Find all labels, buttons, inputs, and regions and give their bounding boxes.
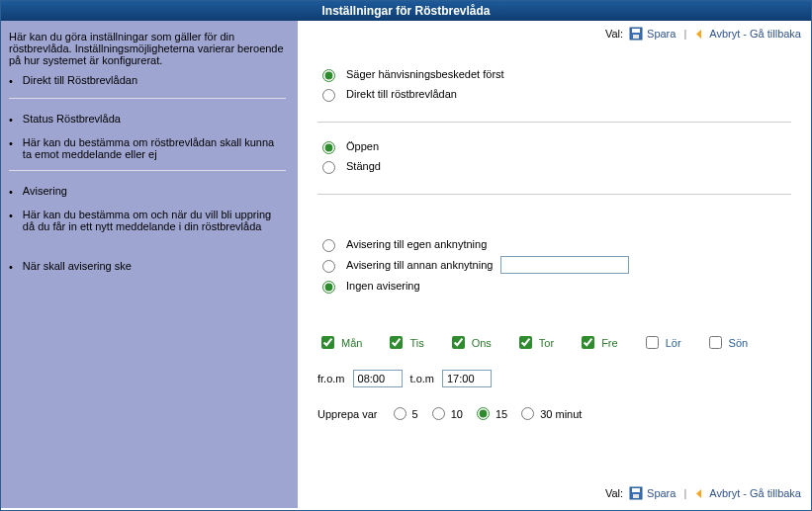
save-label-bottom: Spara: [647, 487, 676, 499]
info-direct: Direkt till Röstbrevlådan: [9, 74, 286, 88]
toolbar-separator-bottom: |: [681, 487, 688, 499]
day-sat-label: Lör: [666, 337, 681, 349]
back-arrow-icon: [694, 29, 705, 40]
time-from-input[interactable]: [353, 370, 403, 387]
content: Här kan du göra inställningar som gäller…: [1, 21, 811, 508]
day-tue[interactable]: Tis: [386, 333, 423, 352]
repeat-label: Upprepa var: [317, 408, 378, 420]
day-wed-input[interactable]: [452, 336, 465, 349]
radio-status-open-label: Öppen: [346, 140, 379, 152]
info-avisering-title: Avisering: [9, 185, 286, 199]
intro-text: Här kan du göra inställningar som gäller…: [9, 31, 286, 66]
day-fri[interactable]: Fre: [578, 333, 618, 352]
radio-avisering-none-input[interactable]: [322, 281, 335, 294]
group-status: Öppen Stängd: [317, 127, 791, 194]
day-sun[interactable]: Sön: [705, 333, 749, 352]
radio-direct-vm[interactable]: Direkt till röstbrevlådan: [317, 86, 791, 102]
radio-avisering-other[interactable]: Avisering till annan anknytning: [317, 256, 791, 274]
group-schedule: Mån Tis Ons Tor Fre Lör Sön fr.o.m t.o.m: [317, 313, 791, 444]
save-button-bottom[interactable]: Spara: [629, 486, 676, 500]
info-schedule-title: När skall avisering ske: [9, 260, 286, 274]
radio-avisering-other-label: Avisering till annan anknytning: [346, 259, 493, 271]
repeat-5-input[interactable]: [394, 407, 406, 420]
repeat-10-input[interactable]: [432, 407, 445, 420]
day-thu[interactable]: Tor: [515, 333, 554, 352]
day-mon-input[interactable]: [321, 336, 334, 349]
group-direct: Säger hänvisningsbeskedet först Direkt t…: [317, 54, 791, 122]
cancel-label-bottom: Avbryt - Gå tillbaka: [709, 487, 801, 499]
time-to-input[interactable]: [442, 370, 492, 387]
radio-avisering-own-label: Avisering till egen anknytning: [346, 238, 487, 250]
day-checkboxes: Mån Tis Ons Tor Fre Lör Sön: [317, 333, 791, 352]
svg-rect-4: [632, 488, 640, 492]
day-wed-label: Ons: [472, 337, 492, 349]
time-from-label: fr.o.m: [317, 373, 345, 384]
radio-avisering-other-input[interactable]: [322, 260, 335, 273]
repeat-30-input[interactable]: [521, 407, 534, 420]
info-status-desc: Här kan du bestämma om röstbrevlådan ska…: [9, 136, 286, 160]
radio-avisering-none[interactable]: Ingen avisering: [317, 278, 791, 294]
avisering-other-ext-input[interactable]: [500, 256, 629, 274]
repeat-10-label: 10: [451, 408, 463, 420]
toolbar-label-bottom: Val:: [605, 487, 623, 499]
day-mon[interactable]: Mån: [317, 333, 362, 352]
form-pane: Säger hänvisningsbeskedet först Direkt t…: [298, 46, 811, 480]
radio-status-closed[interactable]: Stängd: [317, 158, 791, 174]
day-thu-label: Tor: [539, 337, 554, 349]
radio-avisering-own-input[interactable]: [322, 239, 335, 252]
day-sat[interactable]: Lör: [642, 333, 681, 352]
day-sun-label: Sön: [729, 337, 749, 349]
radio-direct-first[interactable]: Säger hänvisningsbeskedet först: [317, 66, 791, 82]
toolbar-separator: |: [681, 28, 688, 40]
divider: [317, 194, 791, 195]
day-tue-label: Tis: [409, 337, 423, 349]
time-to-label: t.o.m: [410, 373, 434, 384]
info-status-title: Status Röstbrevlåda: [9, 113, 286, 127]
cancel-label: Avbryt - Gå tillbaka: [709, 28, 801, 40]
day-sat-input[interactable]: [646, 336, 659, 349]
save-label: Spara: [647, 28, 676, 40]
info-avisering-desc: Här kan du bestämma om och när du vill b…: [9, 209, 286, 232]
divider: [317, 122, 791, 123]
day-mon-label: Mån: [341, 337, 362, 349]
repeat-30-label: 30 minut: [540, 408, 582, 420]
radio-status-open[interactable]: Öppen: [317, 138, 791, 154]
radio-status-open-input[interactable]: [322, 141, 335, 154]
cancel-button-bottom[interactable]: Avbryt - Gå tillbaka: [694, 487, 801, 499]
time-range: fr.o.m t.o.m: [317, 370, 791, 387]
day-tue-input[interactable]: [390, 336, 403, 349]
radio-avisering-none-label: Ingen avisering: [346, 280, 420, 292]
day-thu-input[interactable]: [519, 336, 532, 349]
radio-direct-first-label: Säger hänvisningsbeskedet först: [346, 68, 504, 80]
svg-rect-2: [633, 35, 639, 39]
day-wed[interactable]: Ons: [448, 333, 492, 352]
radio-direct-vm-input[interactable]: [322, 89, 335, 102]
svg-rect-1: [632, 29, 640, 33]
radio-avisering-own[interactable]: Avisering till egen anknytning: [317, 236, 791, 252]
radio-direct-first-input[interactable]: [322, 69, 335, 82]
toolbar-label: Val:: [605, 28, 623, 40]
group-avisering: Avisering till egen anknytning Avisering…: [317, 199, 791, 313]
save-icon: [629, 486, 643, 500]
cancel-button[interactable]: Avbryt - Gå tillbaka: [694, 28, 801, 40]
left-info-panel: Här kan du göra inställningar som gäller…: [1, 21, 298, 508]
save-button[interactable]: Spara: [629, 27, 676, 41]
repeat-row: Upprepa var 5 10 15 30 minut: [317, 407, 791, 420]
radio-status-closed-input[interactable]: [322, 161, 335, 174]
day-fri-label: Fre: [601, 337, 618, 349]
settings-window: Inställningar för Röstbrevlåda Här kan d…: [0, 0, 812, 511]
save-icon: [629, 27, 643, 41]
bottom-toolbar: Val: Spara | Avbryt - Gå tillbaka: [298, 480, 811, 508]
top-toolbar: Val: Spara | Avbryt - Gå tillbaka: [298, 21, 811, 46]
right-form-panel: Val: Spara | Avbryt - Gå tillbaka Säger …: [298, 21, 811, 508]
repeat-15-label: 15: [496, 408, 507, 420]
radio-direct-vm-label: Direkt till röstbrevlådan: [346, 88, 457, 100]
day-fri-input[interactable]: [582, 336, 594, 349]
repeat-5-label: 5: [412, 408, 418, 420]
svg-rect-5: [633, 494, 639, 498]
window-title: Inställningar för Röstbrevlåda: [1, 1, 811, 21]
back-arrow-icon: [694, 488, 705, 499]
day-sun-input[interactable]: [709, 336, 722, 349]
radio-status-closed-label: Stängd: [346, 160, 381, 172]
repeat-15-input[interactable]: [477, 407, 490, 420]
